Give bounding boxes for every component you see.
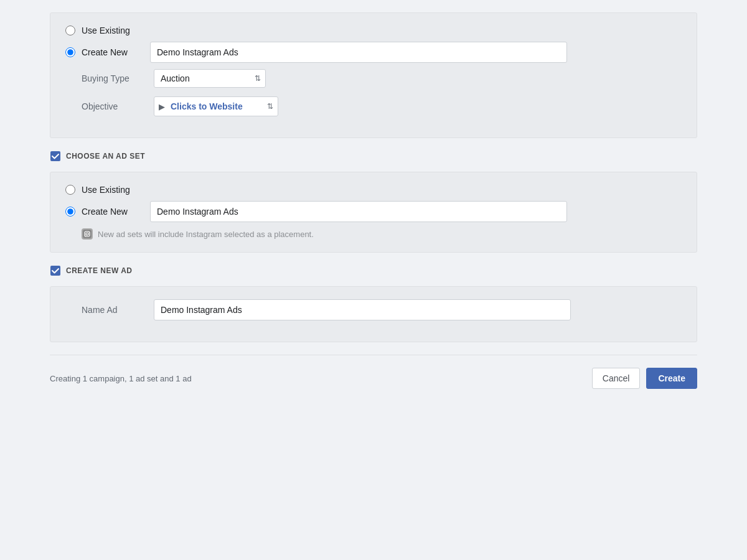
instagram-notice: New ad sets will include Instagram selec… [82,228,682,240]
objective-row: Objective ▶ Clicks to Website Page Likes… [82,96,682,116]
name-ad-label: Name Ad [82,305,144,315]
bottom-actions: Cancel Create [592,368,697,389]
buying-type-row: Buying Type Auction Reach and Frequency … [82,69,682,88]
ad-set-section-header: CHOOSE AN AD SET [50,151,697,162]
campaign-create-new-row: Create New [65,42,682,63]
objective-select[interactable]: Clicks to Website Page Likes App Install… [154,96,278,116]
create-ad-section-title: CREATE NEW AD [66,266,133,275]
campaign-name-input[interactable] [150,42,567,63]
ad-name-input[interactable] [154,299,571,320]
ad-set-use-existing-label[interactable]: Use Existing [82,185,144,195]
instagram-icon [82,228,93,240]
buying-type-select-wrapper: Auction Reach and Frequency Fixed CPM [154,69,266,88]
buying-type-select[interactable]: Auction Reach and Frequency Fixed CPM [154,69,266,88]
ad-set-section-title: CHOOSE AN AD SET [66,152,145,161]
ad-set-create-new-row: Create New [65,201,682,222]
campaign-create-new-label[interactable]: Create New [82,47,144,57]
bottom-status-text: Creating 1 campaign, 1 ad set and 1 ad [50,374,192,383]
create-ad-check-icon [50,265,61,276]
svg-rect-1 [83,230,92,238]
buying-type-label: Buying Type [82,73,144,83]
campaign-use-existing-row: Use Existing [65,26,682,35]
objective-select-wrapper: ▶ Clicks to Website Page Likes App Insta… [154,96,278,116]
cancel-button[interactable]: Cancel [592,368,641,389]
objective-label: Objective [82,101,144,111]
bottom-bar: Creating 1 campaign, 1 ad set and 1 ad C… [50,355,697,389]
ad-set-use-existing-radio[interactable] [65,185,75,195]
create-ad-section-header: CREATE NEW AD [50,265,697,276]
svg-point-4 [89,231,90,232]
create-ad-section: Name Ad [50,286,697,342]
ad-set-name-input[interactable] [150,201,567,222]
campaign-section: Use Existing Create New Buying Type Auct… [50,12,697,138]
create-button[interactable]: Create [646,368,697,389]
campaign-use-existing-radio[interactable] [65,26,75,35]
campaign-use-existing-label[interactable]: Use Existing [82,26,144,35]
name-ad-row: Name Ad [82,299,682,320]
ad-set-use-existing-row: Use Existing [65,185,682,195]
ad-set-section: Use Existing Create New New ad sets will… [50,172,697,253]
ad-set-create-new-radio[interactable] [65,207,75,217]
instagram-notice-text: New ad sets will include Instagram selec… [98,230,314,239]
ad-set-check-icon [50,151,61,162]
ad-set-create-new-label[interactable]: Create New [82,207,144,217]
campaign-create-new-radio[interactable] [65,47,75,57]
